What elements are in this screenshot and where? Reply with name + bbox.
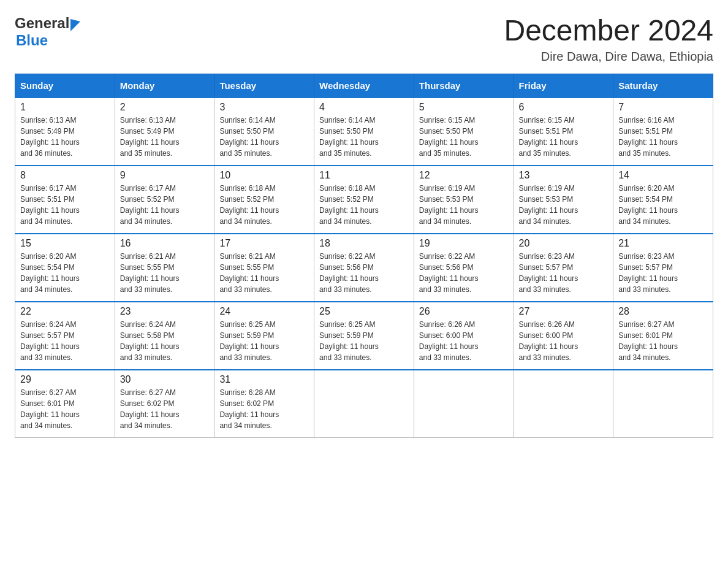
day-number: 16 [120,238,210,249]
day-cell [314,370,414,438]
day-info: Sunrise: 6:27 AM Sunset: 6:01 PM Dayligh… [20,387,110,431]
day-number: 24 [219,306,309,317]
day-info: Sunrise: 6:27 AM Sunset: 6:01 PM Dayligh… [618,319,708,363]
day-cell: 6 Sunrise: 6:15 AM Sunset: 5:51 PM Dayli… [514,98,613,166]
day-cell: 16 Sunrise: 6:21 AM Sunset: 5:55 PM Dayl… [115,234,214,302]
week-row-4: 22 Sunrise: 6:24 AM Sunset: 5:57 PM Dayl… [15,302,713,370]
day-number: 5 [419,102,509,113]
day-info: Sunrise: 6:26 AM Sunset: 6:00 PM Dayligh… [419,319,509,363]
day-cell: 29 Sunrise: 6:27 AM Sunset: 6:01 PM Dayl… [15,370,115,438]
day-cell: 19 Sunrise: 6:22 AM Sunset: 5:56 PM Dayl… [414,234,514,302]
day-number: 29 [20,374,110,385]
day-info: Sunrise: 6:22 AM Sunset: 5:56 PM Dayligh… [419,251,509,295]
day-cell: 4 Sunrise: 6:14 AM Sunset: 5:50 PM Dayli… [314,98,414,166]
day-cell: 21 Sunrise: 6:23 AM Sunset: 5:57 PM Dayl… [613,234,713,302]
day-info: Sunrise: 6:27 AM Sunset: 6:02 PM Dayligh… [120,387,210,431]
day-cell: 23 Sunrise: 6:24 AM Sunset: 5:58 PM Dayl… [115,302,214,370]
day-cell: 30 Sunrise: 6:27 AM Sunset: 6:02 PM Dayl… [115,370,214,438]
day-number: 30 [120,374,210,385]
day-cell: 25 Sunrise: 6:25 AM Sunset: 5:59 PM Dayl… [314,302,414,370]
week-row-5: 29 Sunrise: 6:27 AM Sunset: 6:01 PM Dayl… [15,370,713,438]
day-number: 13 [519,170,609,181]
day-info: Sunrise: 6:17 AM Sunset: 5:52 PM Dayligh… [120,183,210,227]
day-cell: 17 Sunrise: 6:21 AM Sunset: 5:55 PM Dayl… [214,234,314,302]
day-cell: 12 Sunrise: 6:19 AM Sunset: 5:53 PM Dayl… [414,166,514,234]
column-header-wednesday: Wednesday [314,74,414,98]
day-info: Sunrise: 6:26 AM Sunset: 6:00 PM Dayligh… [519,319,609,363]
day-number: 31 [219,374,309,385]
day-info: Sunrise: 6:25 AM Sunset: 5:59 PM Dayligh… [319,319,409,363]
day-cell: 26 Sunrise: 6:26 AM Sunset: 6:00 PM Dayl… [414,302,514,370]
day-cell: 3 Sunrise: 6:14 AM Sunset: 5:50 PM Dayli… [214,98,314,166]
day-number: 6 [519,102,609,113]
logo: General Blue [15,15,80,49]
day-info: Sunrise: 6:25 AM Sunset: 5:59 PM Dayligh… [219,319,309,363]
day-number: 2 [120,102,210,113]
day-number: 14 [618,170,708,181]
column-header-saturday: Saturday [613,74,713,98]
day-info: Sunrise: 6:21 AM Sunset: 5:55 PM Dayligh… [219,251,309,295]
day-info: Sunrise: 6:17 AM Sunset: 5:51 PM Dayligh… [20,183,110,227]
day-cell: 15 Sunrise: 6:20 AM Sunset: 5:54 PM Dayl… [15,234,115,302]
week-row-1: 1 Sunrise: 6:13 AM Sunset: 5:49 PM Dayli… [15,98,713,166]
day-cell [514,370,613,438]
day-info: Sunrise: 6:24 AM Sunset: 5:57 PM Dayligh… [20,319,110,363]
day-number: 17 [219,238,309,249]
day-cell: 1 Sunrise: 6:13 AM Sunset: 5:49 PM Dayli… [15,98,115,166]
day-number: 12 [419,170,509,181]
day-info: Sunrise: 6:24 AM Sunset: 5:58 PM Dayligh… [120,319,210,363]
day-info: Sunrise: 6:20 AM Sunset: 5:54 PM Dayligh… [20,251,110,295]
day-number: 19 [419,238,509,249]
page-header: General Blue December 2024 Dire Dawa, Di… [15,15,713,64]
day-number: 15 [20,238,110,249]
day-cell: 27 Sunrise: 6:26 AM Sunset: 6:00 PM Dayl… [514,302,613,370]
week-row-2: 8 Sunrise: 6:17 AM Sunset: 5:51 PM Dayli… [15,166,713,234]
day-info: Sunrise: 6:20 AM Sunset: 5:54 PM Dayligh… [618,183,708,227]
location-title: Dire Dawa, Dire Dawa, Ethiopia [504,50,713,64]
day-info: Sunrise: 6:19 AM Sunset: 5:53 PM Dayligh… [519,183,609,227]
day-cell: 9 Sunrise: 6:17 AM Sunset: 5:52 PM Dayli… [115,166,214,234]
day-cell: 10 Sunrise: 6:18 AM Sunset: 5:52 PM Dayl… [214,166,314,234]
day-info: Sunrise: 6:13 AM Sunset: 5:49 PM Dayligh… [120,115,210,159]
day-number: 20 [519,238,609,249]
day-cell: 11 Sunrise: 6:18 AM Sunset: 5:52 PM Dayl… [314,166,414,234]
day-number: 9 [120,170,210,181]
logo-arrow-icon [70,15,80,31]
day-info: Sunrise: 6:21 AM Sunset: 5:55 PM Dayligh… [120,251,210,295]
day-info: Sunrise: 6:23 AM Sunset: 5:57 PM Dayligh… [618,251,708,295]
day-number: 23 [120,306,210,317]
day-number: 27 [519,306,609,317]
calendar-table: SundayMondayTuesdayWednesdayThursdayFrid… [15,74,713,438]
day-number: 18 [319,238,409,249]
day-info: Sunrise: 6:15 AM Sunset: 5:51 PM Dayligh… [519,115,609,159]
day-cell: 8 Sunrise: 6:17 AM Sunset: 5:51 PM Dayli… [15,166,115,234]
day-cell: 13 Sunrise: 6:19 AM Sunset: 5:53 PM Dayl… [514,166,613,234]
calendar-header-row: SundayMondayTuesdayWednesdayThursdayFrid… [15,74,713,98]
week-row-3: 15 Sunrise: 6:20 AM Sunset: 5:54 PM Dayl… [15,234,713,302]
day-info: Sunrise: 6:28 AM Sunset: 6:02 PM Dayligh… [219,387,309,431]
logo-blue-text: Blue [16,32,48,48]
column-header-sunday: Sunday [15,74,115,98]
day-number: 10 [219,170,309,181]
day-cell [414,370,514,438]
day-cell: 31 Sunrise: 6:28 AM Sunset: 6:02 PM Dayl… [214,370,314,438]
month-title: December 2024 [504,15,713,47]
day-number: 26 [419,306,509,317]
day-number: 3 [219,102,309,113]
day-number: 25 [319,306,409,317]
day-number: 8 [20,170,110,181]
day-number: 21 [618,238,708,249]
column-header-monday: Monday [115,74,214,98]
day-number: 4 [319,102,409,113]
day-number: 28 [618,306,708,317]
day-info: Sunrise: 6:13 AM Sunset: 5:49 PM Dayligh… [20,115,110,159]
day-info: Sunrise: 6:18 AM Sunset: 5:52 PM Dayligh… [219,183,309,227]
column-header-tuesday: Tuesday [214,74,314,98]
day-info: Sunrise: 6:16 AM Sunset: 5:51 PM Dayligh… [618,115,708,159]
column-header-friday: Friday [514,74,613,98]
day-info: Sunrise: 6:23 AM Sunset: 5:57 PM Dayligh… [519,251,609,295]
day-cell: 24 Sunrise: 6:25 AM Sunset: 5:59 PM Dayl… [214,302,314,370]
day-cell: 2 Sunrise: 6:13 AM Sunset: 5:49 PM Dayli… [115,98,214,166]
day-info: Sunrise: 6:18 AM Sunset: 5:52 PM Dayligh… [319,183,409,227]
day-info: Sunrise: 6:22 AM Sunset: 5:56 PM Dayligh… [319,251,409,295]
